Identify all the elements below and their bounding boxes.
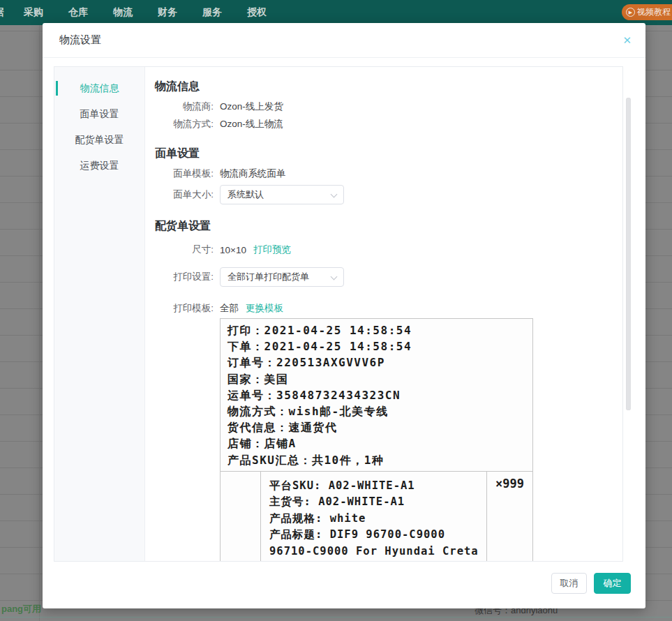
modal-footer: 取消 确定 [43, 562, 645, 608]
waybill-size-select-value: 系统默认 [227, 188, 264, 201]
section-heading-logistics-info: 物流信息 [155, 79, 622, 94]
section-heading-picking: 配货单设置 [155, 218, 622, 234]
waybill-size-label: 面单大小: [155, 188, 214, 201]
field-row-size: 尺寸: 10×10 打印预览 [155, 244, 622, 256]
change-template-link[interactable]: 更换模板 [246, 302, 283, 315]
sidebar-tab-logistics-info[interactable]: 物流信息 [54, 75, 144, 101]
modal-title: 物流设置 [59, 33, 101, 47]
provider-label: 物流商: [155, 100, 214, 113]
confirm-button[interactable]: 确定 [594, 573, 631, 594]
modal-body: 物流信息 面单设置 配货单设置 运费设置 物流信息 物流商: Ozon-线上发货… [43, 58, 645, 562]
preview-sku-image-cell [221, 472, 261, 561]
modal-header: 物流设置 ✕ [43, 23, 645, 58]
nav-item-warehouse[interactable]: 仓库 [68, 6, 88, 19]
top-navbar: 据 采购 仓库 物流 财务 服务 授权 ▶ 视频教程 [0, 0, 672, 25]
chevron-down-icon [331, 191, 338, 198]
play-icon: ▶ [626, 8, 635, 17]
preview-sku-line: 平台SKU: A02-WHITE-A1 [269, 478, 481, 495]
print-setting-label: 打印设置: [155, 271, 214, 283]
settings-panel: 物流信息 面单设置 配货单设置 运费设置 物流信息 物流商: Ozon-线上发货… [54, 66, 623, 562]
preview-sku-line: 产品标题: DIF9 96700-C9000 [269, 527, 481, 544]
print-template-value: 全部 [220, 302, 239, 315]
field-row-waybill-size: 面单大小: 系统默认 [155, 185, 622, 204]
waybill-template-value: 物流商系统面单 [220, 167, 286, 180]
nav-item-auth[interactable]: 授权 [247, 6, 267, 19]
sidebar-tab-picking-list-settings[interactable]: 配货单设置 [54, 127, 144, 153]
provider-value: Ozon-线上发货 [220, 100, 283, 113]
preview-order-info: 打印：2021-04-25 14:58:54 下单：2021-04-25 14:… [221, 319, 532, 472]
preview-line: 产品SKU汇总：共10件，1种 [227, 452, 525, 468]
logistics-settings-modal: 物流设置 ✕ 物流信息 面单设置 配货单设置 运费设置 物流信息 物流商: Oz… [43, 23, 645, 608]
nav-item-purchase[interactable]: 采购 [24, 6, 43, 19]
print-setting-select[interactable]: 全部订单打印配货单 [220, 267, 344, 287]
field-row-method: 物流方式: Ozon-线上物流 [155, 118, 622, 130]
preview-line: 订单号：220513AXGVVV6P [227, 354, 525, 371]
background-column-divider [39, 25, 40, 621]
cancel-button[interactable]: 取消 [551, 573, 587, 594]
sidebar-tab-shipping-fee-settings[interactable]: 运费设置 [54, 153, 144, 179]
size-label: 尺寸: [155, 244, 214, 256]
close-icon[interactable]: ✕ [622, 35, 632, 45]
waybill-template-label: 面单模板: [155, 167, 214, 180]
preview-line: 货代信息：速通货代 [227, 419, 525, 435]
preview-sku-line: 产品规格: white [269, 511, 481, 528]
video-tutorial-button[interactable]: ▶ 视频教程 [622, 4, 672, 20]
method-label: 物流方式: [155, 118, 214, 130]
preview-line: 物流方式：wish邮-北美专线 [227, 403, 525, 419]
video-tutorial-label: 视频教程 [637, 6, 671, 18]
background-bottom-divider [0, 617, 672, 618]
settings-content: 物流信息 物流商: Ozon-线上发货 物流方式: Ozon-线上物流 面单设置… [145, 67, 622, 561]
print-preview-link[interactable]: 打印预览 [253, 244, 291, 256]
field-row-print-setting: 打印设置: 全部订单打印配货单 [155, 267, 622, 287]
size-value: 10×10 [220, 245, 246, 255]
background-available-text: pang可用 [1, 603, 41, 615]
chevron-down-icon [331, 274, 338, 280]
field-row-provider: 物流商: Ozon-线上发货 [155, 100, 622, 113]
preview-sku-line: 主货号: A02-WHITE-A1 [269, 494, 481, 511]
print-setting-select-value: 全部订单打印配货单 [227, 271, 309, 283]
preview-line: 国家：美国 [227, 371, 525, 387]
waybill-size-select[interactable]: 系统默认 [220, 185, 344, 204]
field-row-print-template: 打印模板: 全部 更换模板 [155, 302, 622, 315]
sidebar-tab-waybill-settings[interactable]: 面单设置 [54, 101, 144, 127]
settings-sidebar: 物流信息 面单设置 配货单设置 运费设置 [54, 67, 145, 561]
modal-scrollbar-thumb[interactable] [626, 98, 631, 410]
preview-line: 店铺：店铺A [227, 435, 525, 451]
preview-line: 运单号：35848732434323CN [227, 387, 525, 403]
preview-line: 打印：2021-04-25 14:58:54 [227, 322, 525, 338]
picking-list-preview: 打印：2021-04-25 14:58:54 下单：2021-04-25 14:… [220, 318, 533, 561]
field-row-waybill-template: 面单模板: 物流商系统面单 [155, 167, 622, 180]
print-template-label: 打印模板: [155, 302, 214, 315]
section-heading-waybill: 面单设置 [155, 146, 622, 161]
nav-item-service[interactable]: 服务 [202, 6, 222, 19]
nav-item-data[interactable]: 据 [0, 6, 4, 19]
preview-sku-quantity: ×999 [486, 472, 532, 561]
preview-sku-row: 平台SKU: A02-WHITE-A1 主货号: A02-WHITE-A1 产品… [221, 472, 532, 561]
nav-item-logistics[interactable]: 物流 [113, 6, 133, 19]
preview-line: 下单：2021-04-25 14:58:54 [227, 338, 525, 354]
method-value: Ozon-线上物流 [220, 118, 283, 130]
preview-sku-info-cell: 平台SKU: A02-WHITE-A1 主货号: A02-WHITE-A1 产品… [261, 472, 486, 561]
preview-sku-line: 96710-C9000 For Hyundai Creta [269, 544, 481, 560]
nav-item-finance[interactable]: 财务 [158, 6, 177, 19]
